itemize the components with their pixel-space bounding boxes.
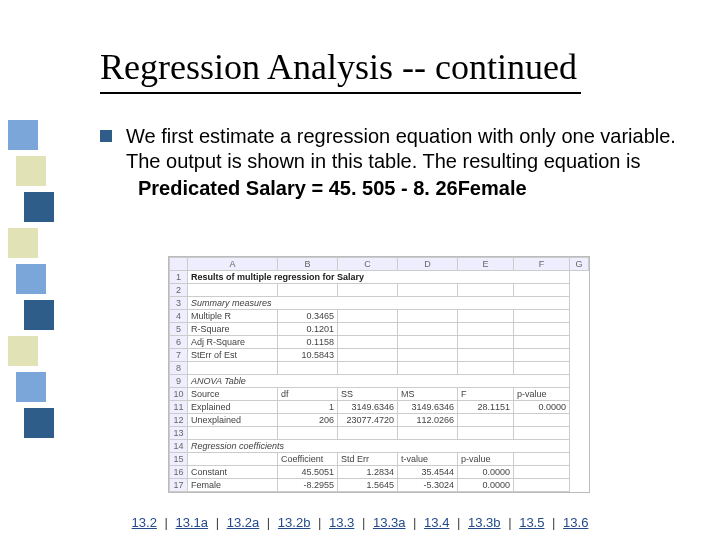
cell — [514, 414, 570, 427]
table-row: 8 — [170, 362, 589, 375]
cell: Female — [188, 479, 278, 492]
cell — [458, 284, 514, 297]
row-number: 16 — [170, 466, 188, 479]
row-number: 9 — [170, 375, 188, 388]
table-row: 14Regression coefficients — [170, 440, 589, 453]
cell: df — [278, 388, 338, 401]
cell — [458, 362, 514, 375]
cell — [514, 362, 570, 375]
cell: 0.1201 — [278, 323, 338, 336]
footer-link[interactable]: 13.4 — [424, 515, 449, 530]
cell: Adj R-Square — [188, 336, 278, 349]
cell: Coefficient — [278, 453, 338, 466]
cell — [398, 323, 458, 336]
row-number: 15 — [170, 453, 188, 466]
cell: 0.3465 — [278, 310, 338, 323]
col-header: B — [278, 258, 338, 271]
row-number: 6 — [170, 336, 188, 349]
cell: Results of multiple regression for Salar… — [188, 271, 570, 284]
cell: Unexplained — [188, 414, 278, 427]
cell — [338, 284, 398, 297]
row-number: 10 — [170, 388, 188, 401]
cell — [458, 310, 514, 323]
table-row: 17Female-8.29551.5645-5.30240.0000 — [170, 479, 589, 492]
separator: | — [263, 515, 274, 530]
col-header: D — [398, 258, 458, 271]
cell: Constant — [188, 466, 278, 479]
cell — [338, 427, 398, 440]
decorative-tile — [16, 264, 46, 294]
footer-link[interactable]: 13.3b — [468, 515, 501, 530]
footer-nav-links: 13.2 | 13.1a | 13.2a | 13.2b | 13.3 | 13… — [0, 515, 720, 530]
cell: F — [458, 388, 514, 401]
decorative-tile — [8, 336, 38, 366]
decorative-tile — [16, 372, 46, 402]
row-number: 3 — [170, 297, 188, 310]
cell — [278, 427, 338, 440]
cell: 3149.6346 — [338, 401, 398, 414]
footer-link[interactable]: 13.3 — [329, 515, 354, 530]
cell — [278, 362, 338, 375]
table-row: 12Unexplained20623077.4720112.0266 — [170, 414, 589, 427]
table-row: 9ANOVA Table — [170, 375, 589, 388]
table-row: 16Constant45.50511.283435.45440.0000 — [170, 466, 589, 479]
footer-link[interactable]: 13.6 — [563, 515, 588, 530]
decorative-tile — [16, 156, 46, 186]
cell — [188, 453, 278, 466]
footer-link[interactable]: 13.2b — [278, 515, 311, 530]
col-header: C — [338, 258, 398, 271]
cell — [514, 284, 570, 297]
cell — [514, 349, 570, 362]
cell — [458, 414, 514, 427]
col-header: G — [570, 258, 589, 271]
separator: | — [212, 515, 223, 530]
cell: Explained — [188, 401, 278, 414]
decorative-tile — [8, 120, 38, 150]
slide-title: Regression Analysis -- continued — [100, 46, 581, 94]
equation-text: Predicated Salary = 45. 505 - 8. 26Femal… — [138, 176, 680, 201]
cell — [398, 349, 458, 362]
footer-link[interactable]: 13.3a — [373, 515, 406, 530]
footer-link[interactable]: 13.5 — [519, 515, 544, 530]
footer-link[interactable]: 13.2 — [132, 515, 157, 530]
decorative-tile — [8, 228, 38, 258]
separator: | — [453, 515, 464, 530]
cell: 28.1151 — [458, 401, 514, 414]
footer-link[interactable]: 13.2a — [227, 515, 260, 530]
table-row: 15CoefficientStd Errt-valuep-value — [170, 453, 589, 466]
cell — [188, 427, 278, 440]
cell: 3149.6346 — [398, 401, 458, 414]
cell — [514, 479, 570, 492]
bullet-square-icon — [100, 130, 112, 142]
table-row: 7StErr of Est10.5843 — [170, 349, 589, 362]
table-row: 13 — [170, 427, 589, 440]
cell — [338, 362, 398, 375]
separator: | — [409, 515, 420, 530]
cell — [398, 284, 458, 297]
table-row: 10SourcedfSSMSFp-value — [170, 388, 589, 401]
bullet-text: We first estimate a regression equation … — [126, 124, 680, 174]
cell — [458, 323, 514, 336]
cell — [398, 362, 458, 375]
cell: p-value — [458, 453, 514, 466]
cell: 1.5645 — [338, 479, 398, 492]
cell — [514, 466, 570, 479]
row-number: 17 — [170, 479, 188, 492]
table-row: 3Summary measures — [170, 297, 589, 310]
table-row: 2 — [170, 284, 589, 297]
col-header: E — [458, 258, 514, 271]
footer-link[interactable]: 13.1a — [176, 515, 209, 530]
body-text: We first estimate a regression equation … — [100, 124, 680, 201]
cell — [458, 427, 514, 440]
cell: SS — [338, 388, 398, 401]
row-number: 14 — [170, 440, 188, 453]
row-number: 11 — [170, 401, 188, 414]
cell: 35.4544 — [398, 466, 458, 479]
cell: p-value — [514, 388, 570, 401]
table-row: 5R-Square0.1201 — [170, 323, 589, 336]
row-corner — [170, 258, 188, 271]
table-row: 11Explained13149.63463149.634628.11510.0… — [170, 401, 589, 414]
row-number: 8 — [170, 362, 188, 375]
cell: 0.0000 — [514, 401, 570, 414]
cell: 0.0000 — [458, 479, 514, 492]
